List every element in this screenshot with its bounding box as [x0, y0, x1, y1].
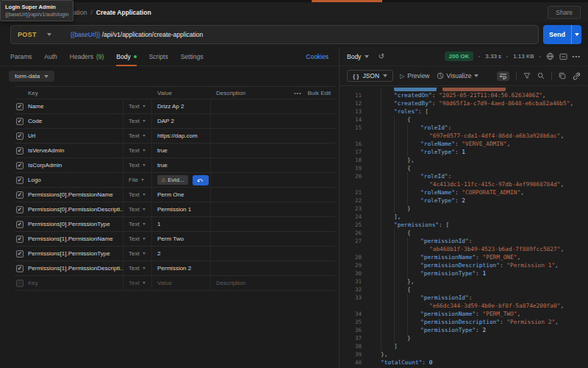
- tab-settings[interactable]: Settings: [181, 47, 204, 66]
- history-icon[interactable]: ↺: [378, 53, 384, 60]
- search-icon[interactable]: [537, 72, 545, 79]
- row-key[interactable]: Logo: [26, 173, 123, 187]
- row-checkbox[interactable]: ✓: [16, 206, 24, 213]
- row-key[interactable]: Permissions[1].PermissionType: [26, 247, 123, 261]
- row-description[interactable]: [211, 217, 335, 231]
- row-type-dropdown[interactable]: Text: [123, 276, 152, 290]
- row-checkbox[interactable]: ✓: [16, 103, 24, 110]
- url-input[interactable]: {{baseUrl}} /api/v1/application/create-a…: [71, 31, 204, 38]
- row-checkbox[interactable]: ✓: [16, 236, 24, 243]
- row-key[interactable]: Permissions[0].PermissionType: [26, 217, 123, 231]
- send-button[interactable]: Send: [543, 25, 581, 44]
- row-value[interactable]: Perm Two: [152, 232, 211, 246]
- tab-body[interactable]: Body: [116, 47, 136, 66]
- tab-scripts[interactable]: Scripts: [149, 47, 168, 66]
- row-key[interactable]: Permissions[1].PermissionName: [26, 232, 123, 246]
- row-checkbox[interactable]: ✓: [16, 162, 24, 169]
- row-value[interactable]: Permission 1: [152, 202, 211, 216]
- row-type-dropdown[interactable]: Text: [123, 99, 152, 113]
- format-dropdown[interactable]: { } JSON: [347, 70, 393, 82]
- row-description[interactable]: Description: [211, 276, 335, 290]
- row-key[interactable]: Code: [26, 114, 123, 128]
- row-description[interactable]: [211, 173, 335, 187]
- row-type-dropdown[interactable]: Text: [123, 202, 152, 216]
- row-type-dropdown[interactable]: Text: [123, 247, 152, 261]
- body-mode-dropdown[interactable]: form-data: [9, 71, 54, 82]
- row-value[interactable]: Permission 2: [152, 261, 211, 275]
- response-body-dropdown[interactable]: Body: [347, 53, 369, 60]
- tab-params[interactable]: Params: [10, 47, 32, 66]
- row-description[interactable]: [211, 99, 335, 113]
- row-key[interactable]: Permissions[0].PermissionDescripti...: [26, 202, 123, 216]
- row-type-dropdown[interactable]: Text: [123, 188, 152, 202]
- row-checkbox[interactable]: ✓: [16, 118, 24, 125]
- row-key[interactable]: Permissions[0].PermissionName: [26, 188, 123, 202]
- bulk-edit-button[interactable]: Bulk Edit: [307, 90, 331, 96]
- row-key[interactable]: IsCorpAdmin: [26, 158, 123, 172]
- row-type-dropdown[interactable]: Text: [123, 114, 152, 128]
- chevron-down-icon[interactable]: [47, 33, 51, 36]
- row-type-dropdown[interactable]: Text: [123, 217, 152, 231]
- tab-headers[interactable]: Headers(9): [70, 47, 104, 66]
- row-description[interactable]: [211, 202, 335, 216]
- row-value[interactable]: Drizz Ap 2: [152, 99, 211, 113]
- breadcrumb-parent[interactable]: ation: [74, 9, 87, 16]
- file-restore-button[interactable]: [193, 175, 209, 185]
- row-key[interactable]: IsVerveAdmin: [26, 144, 123, 158]
- row-value[interactable]: 1: [152, 217, 211, 231]
- row-key[interactable]: Name: [26, 99, 123, 113]
- row-checkbox[interactable]: ✓: [16, 147, 24, 155]
- row-checkbox[interactable]: ✓: [16, 177, 24, 184]
- copy-icon[interactable]: [559, 72, 566, 79]
- row-checkbox[interactable]: [16, 280, 24, 287]
- row-checkbox[interactable]: ✓: [16, 250, 24, 258]
- row-type-dropdown[interactable]: Text: [123, 129, 152, 143]
- method-selector[interactable]: POST: [11, 31, 37, 38]
- row-checkbox[interactable]: ✓: [16, 191, 24, 199]
- row-value[interactable]: ⚠Evid...: [152, 173, 211, 187]
- share-button[interactable]: Share: [548, 6, 581, 19]
- link-icon[interactable]: [573, 72, 581, 80]
- row-description[interactable]: [211, 129, 335, 143]
- row-type-dropdown[interactable]: Text: [123, 232, 152, 246]
- row-value[interactable]: DAP 2: [152, 114, 211, 128]
- row-checkbox[interactable]: ✓: [16, 132, 24, 140]
- row-value[interactable]: Perm One: [152, 188, 211, 202]
- row-key[interactable]: Key: [26, 276, 123, 290]
- row-description[interactable]: [211, 114, 335, 128]
- preview-button[interactable]: ▷ Preview: [400, 72, 429, 79]
- row-type-dropdown[interactable]: File: [123, 173, 152, 187]
- row-type-dropdown[interactable]: Text: [123, 261, 152, 275]
- tab-auth[interactable]: Auth: [44, 47, 57, 66]
- send-options-caret[interactable]: [571, 25, 581, 44]
- response-json-body[interactable]: 11"createdOn": "2025-05-21T11:04:56.6263…: [340, 86, 588, 368]
- row-description[interactable]: [211, 247, 335, 261]
- globe-icon[interactable]: [546, 52, 554, 60]
- row-checkbox[interactable]: ✓: [16, 221, 24, 228]
- row-checkbox[interactable]: ✓: [16, 265, 24, 272]
- row-key[interactable]: Url: [26, 129, 123, 143]
- more-options-icon[interactable]: •••: [294, 91, 301, 96]
- visualize-button[interactable]: Visualize: [437, 72, 479, 79]
- save-response-icon[interactable]: [559, 53, 567, 60]
- more-options-icon[interactable]: •••: [573, 53, 581, 60]
- row-value[interactable]: https://dap.com: [152, 129, 211, 143]
- row-value[interactable]: true: [152, 158, 211, 172]
- wrap-text-icon[interactable]: [497, 71, 509, 81]
- row-description[interactable]: [211, 158, 335, 172]
- url-bar[interactable]: POST {{baseUrl}} /api/v1/application/cre…: [10, 25, 539, 44]
- row-value[interactable]: Value: [152, 276, 211, 290]
- row-description[interactable]: [211, 188, 335, 202]
- row-key[interactable]: Permissions[1].PermissionDescripti...: [26, 261, 123, 275]
- file-chip[interactable]: ⚠Evid...: [157, 175, 188, 185]
- filter-icon[interactable]: [523, 72, 531, 79]
- row-value[interactable]: 2: [152, 247, 211, 261]
- row-value[interactable]: true: [152, 144, 211, 158]
- row-type-dropdown[interactable]: Text: [123, 158, 152, 172]
- row-description[interactable]: [211, 261, 335, 275]
- row-description[interactable]: [211, 144, 335, 158]
- row-checkbox-cell: ✓: [15, 217, 26, 231]
- row-description[interactable]: [211, 232, 335, 246]
- cookies-link[interactable]: Cookies: [306, 53, 329, 60]
- row-type-dropdown[interactable]: Text: [123, 144, 152, 158]
